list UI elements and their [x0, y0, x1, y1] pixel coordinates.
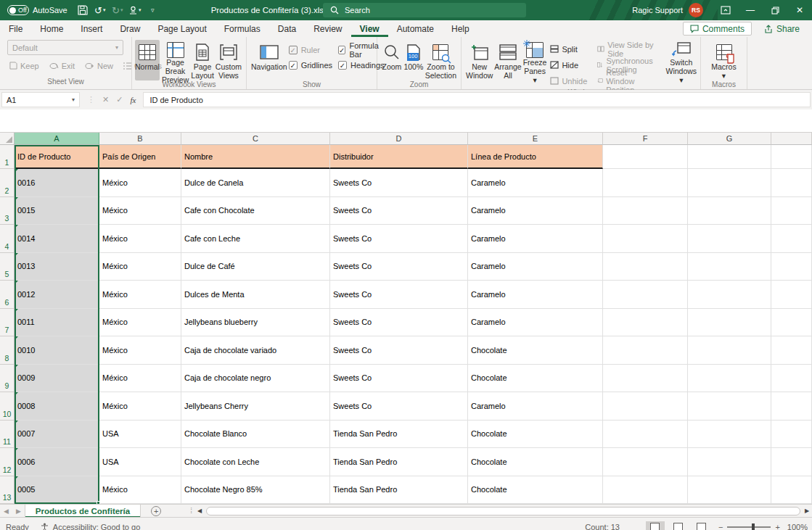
status-page-layout-button[interactable] — [669, 521, 688, 530]
row-header-10[interactable]: 10 — [0, 392, 15, 421]
cell[interactable] — [603, 476, 688, 505]
cell[interactable]: México — [99, 336, 181, 365]
view-side-by-side-button[interactable]: View Side by Side — [595, 41, 658, 57]
zoom-button[interactable]: Zoom — [382, 40, 402, 80]
cell[interactable]: USA — [99, 421, 181, 449]
cell[interactable] — [688, 365, 771, 393]
cell[interactable]: México — [99, 197, 181, 225]
redo-button[interactable]: ↻▾ — [110, 2, 126, 18]
cell[interactable]: 0007 — [15, 421, 99, 449]
switch-windows-button[interactable]: Switch Windows ▾ — [665, 40, 697, 80]
row-header-11[interactable]: 11 — [0, 421, 15, 449]
page-layout-view-button[interactable]: Page Layout — [191, 40, 214, 80]
tab-data[interactable]: Data — [269, 20, 305, 37]
insert-function-button[interactable]: fx — [130, 96, 136, 104]
cell[interactable]: Caramelo — [468, 281, 603, 309]
select-all-button[interactable] — [0, 133, 15, 145]
row-header-6[interactable]: 6 — [0, 281, 15, 309]
cell[interactable] — [688, 145, 771, 169]
cell[interactable]: Caramelo — [468, 253, 603, 281]
sheet-nav-right-icon[interactable]: ▶ — [12, 508, 25, 515]
cell[interactable] — [688, 169, 771, 197]
normal-view-button[interactable]: Normal — [135, 40, 160, 80]
cell[interactable] — [603, 281, 688, 309]
unhide-button[interactable]: Unhide — [548, 73, 589, 88]
sheet-tab-active[interactable]: Productos de Confitería — [25, 505, 141, 518]
scrollbar-resize-grip[interactable]: ⁞ — [190, 507, 192, 515]
column-header-E[interactable]: E — [468, 133, 603, 145]
comments-button[interactable]: Comments — [683, 22, 752, 36]
new-sheet-button[interactable]: + — [151, 506, 161, 516]
cell[interactable]: México — [99, 225, 181, 253]
cell[interactable]: México — [99, 365, 181, 393]
cell[interactable]: México — [99, 309, 181, 337]
cell[interactable]: México — [99, 476, 181, 505]
cell[interactable] — [688, 336, 771, 365]
cell[interactable] — [771, 365, 812, 393]
cell[interactable]: Nombre — [181, 145, 330, 169]
status-normal-view-button[interactable] — [646, 521, 665, 530]
ruler-checkbox[interactable]: ✓Ruler — [289, 43, 332, 57]
cell[interactable] — [603, 169, 688, 197]
cell[interactable]: México — [99, 281, 181, 309]
cell[interactable]: Caramelo — [468, 309, 603, 337]
cell[interactable] — [688, 421, 771, 449]
row-header-7[interactable]: 7 — [0, 309, 15, 337]
cell[interactable]: Caramelo — [468, 169, 603, 197]
cell[interactable]: Chocolate Negro 85% — [181, 476, 330, 505]
cell[interactable]: Sweets Co — [330, 336, 468, 365]
cell[interactable] — [771, 281, 812, 309]
new-window-button[interactable]: New Window — [466, 40, 493, 80]
cell[interactable]: Dulces de Menta — [181, 281, 330, 309]
cell[interactable]: ID de Producto — [15, 145, 99, 169]
close-button[interactable]: ✕ — [787, 0, 812, 20]
cell[interactable]: Jellybeans Cherry — [181, 392, 330, 421]
cell[interactable] — [771, 169, 812, 197]
freeze-panes-button[interactable]: Freeze Panes ▾ — [523, 40, 547, 80]
zoom-slider-track[interactable] — [727, 526, 771, 528]
horizontal-scrollbar[interactable]: ⁞ ◀ ▶ — [190, 505, 812, 518]
column-header-C[interactable]: C — [181, 133, 330, 145]
enter-entry-button[interactable]: ✓ — [116, 95, 123, 104]
cell[interactable]: Sweets Co — [330, 365, 468, 393]
tab-insert[interactable]: Insert — [72, 20, 111, 37]
cell[interactable] — [603, 253, 688, 281]
cell[interactable] — [603, 392, 688, 421]
gridlines-checkbox[interactable]: ✓Gridlines — [289, 58, 332, 73]
cell[interactable]: Sweets Co — [330, 197, 468, 225]
row-header-13[interactable]: 13 — [0, 476, 15, 505]
cell[interactable] — [688, 281, 771, 309]
cell[interactable]: Sweets Co — [330, 225, 468, 253]
cell[interactable]: 0008 — [15, 392, 99, 421]
scroll-right-icon[interactable]: ▶ — [802, 506, 812, 516]
cell[interactable]: 0010 — [15, 336, 99, 365]
ribbon-display-options-button[interactable] — [713, 0, 738, 20]
formula-input[interactable]: ID de Producto — [143, 92, 811, 107]
save-button[interactable] — [75, 2, 91, 18]
row-header-3[interactable]: 3 — [0, 197, 15, 225]
cell[interactable] — [688, 197, 771, 225]
cell[interactable]: 0012 — [15, 281, 99, 309]
scroll-left-icon[interactable]: ◀ — [194, 506, 205, 516]
cell[interactable]: Línea de Producto — [468, 145, 603, 169]
cell[interactable]: Sweets Co — [330, 169, 468, 197]
cell[interactable]: Sweets Co — [330, 253, 468, 281]
undo-button[interactable]: ↺▾ — [92, 2, 108, 18]
custom-views-button[interactable]: Custom Views — [216, 40, 242, 80]
cell[interactable]: 0013 — [15, 253, 99, 281]
cell[interactable]: Tienda San Pedro — [330, 448, 468, 476]
zoom-100-button[interactable]: 100 100% — [403, 40, 424, 80]
minimize-button[interactable]: — — [738, 0, 763, 20]
account-menu[interactable]: Ragic Support RS — [632, 3, 703, 17]
cell[interactable]: Sweets Co — [330, 309, 468, 337]
cell[interactable]: Dulce de Canela — [181, 169, 330, 197]
cell[interactable]: Chocolate — [468, 336, 603, 365]
tab-page-layout[interactable]: Page Layout — [149, 20, 215, 37]
cell[interactable]: Jellybeans blueberry — [181, 309, 330, 337]
formula-bar-extension[interactable] — [0, 109, 812, 133]
zoom-slider[interactable]: − + — [718, 523, 780, 530]
cell[interactable]: Chocolate — [468, 476, 603, 505]
cell[interactable] — [603, 225, 688, 253]
cell[interactable]: 0015 — [15, 197, 99, 225]
cell[interactable]: Dulce de Café — [181, 253, 330, 281]
